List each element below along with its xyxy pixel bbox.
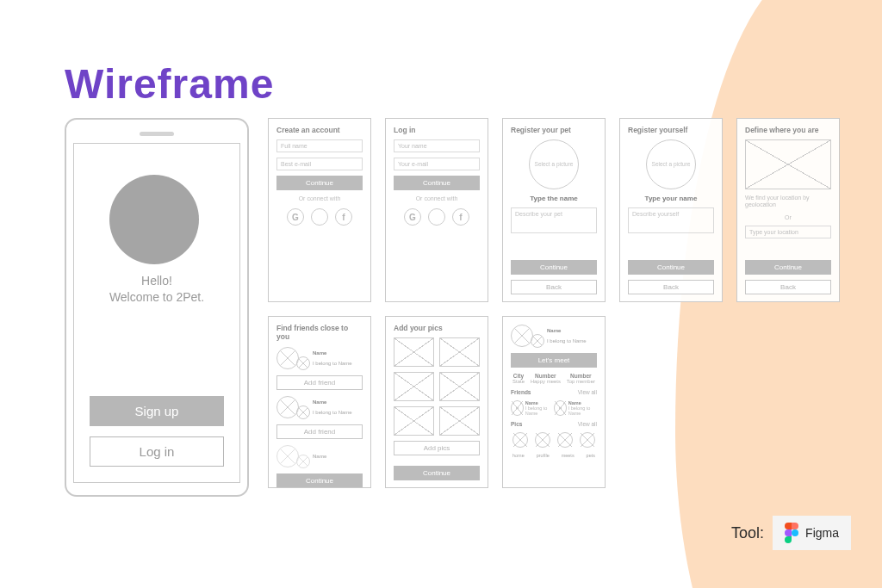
screen-create-account: Create an account Full name Best e-mail … — [268, 118, 371, 302]
describe-input[interactable]: Describe your pet — [511, 207, 597, 233]
heading: Register your pet — [511, 126, 597, 134]
avatar-small-icon — [296, 356, 310, 370]
google-icon[interactable]: G — [287, 208, 304, 226]
nav-label: pets — [587, 453, 595, 458]
geo-note: We find your location by geolocation — [745, 195, 831, 209]
add-pics-button[interactable]: Add pics — [394, 441, 480, 455]
section-pics: Pics — [511, 421, 522, 427]
or-connect: Or connect with — [276, 195, 363, 201]
continue-button[interactable]: Continue — [628, 260, 714, 275]
stat-head: Number — [531, 373, 561, 379]
avatar-icon — [276, 396, 299, 418]
friend-avatar-icon — [511, 400, 524, 416]
fullname-input[interactable]: Full name — [276, 139, 363, 152]
type-name-label: Type your name — [628, 195, 714, 202]
select-picture-button[interactable]: Select a picture — [646, 139, 696, 189]
continue-button[interactable]: Continue — [276, 176, 363, 190]
avatar-small-icon — [296, 455, 310, 468]
profile-belong: I belong to Name — [547, 338, 587, 344]
google-icon[interactable]: G — [404, 208, 421, 226]
stat-sub: State — [512, 379, 525, 384]
stat-sub: Happy meets — [531, 379, 561, 384]
figma-badge: Figma — [773, 516, 851, 550]
welcome-text: Hello! Welcome to 2Pet. — [109, 273, 204, 306]
nav-icon[interactable] — [557, 432, 573, 448]
figma-logo-icon — [785, 523, 798, 543]
heading: Find friends close to you — [276, 324, 363, 341]
nav-label: meets — [562, 453, 575, 458]
select-picture-button[interactable]: Select a picture — [529, 139, 579, 189]
avatar-small-icon — [296, 405, 310, 419]
screen-find-friends: Find friends close to you Name I belong … — [268, 316, 371, 488]
friend-name: Name — [313, 454, 326, 459]
heading: Define where you are — [745, 126, 831, 134]
friend-item: Name I belong to Name — [276, 346, 363, 370]
pic-placeholder — [394, 372, 434, 401]
login-button[interactable]: Log in — [90, 436, 224, 467]
friend-avatar-icon — [554, 400, 567, 416]
back-button[interactable]: Back — [628, 280, 714, 294]
lets-meet-button[interactable]: Let's meet — [511, 353, 597, 368]
screen-define-location: Define where you are We find your locati… — [736, 118, 840, 302]
continue-button[interactable]: Continue — [511, 260, 597, 275]
friend-item: Name I belong to Name — [276, 395, 363, 419]
friend-belong: I belong to Name — [568, 405, 597, 416]
pic-placeholder — [439, 337, 480, 367]
continue-button[interactable]: Continue — [394, 176, 480, 190]
phone-screen: Hello! Welcome to 2Pet. Sign up Log in — [73, 143, 240, 483]
section-friends: Friends — [511, 389, 531, 395]
hello-text: Hello! — [109, 273, 204, 289]
tool-label: Tool: — [731, 524, 764, 542]
heading: Create an account — [276, 126, 363, 134]
friend-belong: I belong to Name — [313, 410, 352, 415]
nav-icon[interactable] — [512, 432, 528, 448]
page-title: Wireframe — [65, 60, 817, 108]
apple-icon[interactable] — [311, 208, 328, 226]
heading: Register yourself — [628, 126, 714, 134]
avatar-icon — [276, 445, 299, 467]
stat-head: Number — [567, 373, 595, 379]
avatar-placeholder — [109, 175, 199, 264]
friend-belong: I belong to Name — [525, 405, 554, 416]
figma-name: Figma — [805, 526, 839, 540]
screen-login: Log in Your name Your e-mail Continue Or… — [385, 118, 488, 302]
pic-placeholder — [394, 337, 434, 367]
speaker-slot — [140, 132, 174, 136]
type-name-label: Type the name — [511, 195, 597, 202]
stat-sub: Top member — [567, 379, 595, 384]
friend-item: Name — [276, 444, 363, 468]
stats-row: CityState NumberHappy meets NumberTop me… — [511, 373, 597, 384]
heading: Log in — [394, 126, 480, 134]
location-input[interactable]: Type your location — [745, 226, 831, 238]
describe-input[interactable]: Describe yourself — [628, 207, 714, 233]
or-connect: Or connect with — [394, 195, 480, 201]
view-all-link[interactable]: View all — [578, 389, 597, 395]
back-button[interactable]: Back — [745, 280, 831, 294]
add-friend-button[interactable]: Add friend — [276, 424, 363, 439]
avatar-small-icon — [531, 334, 544, 348]
phone-frame: Hello! Welcome to 2Pet. Sign up Log in — [65, 118, 249, 497]
apple-icon[interactable] — [428, 208, 445, 226]
nav-icon[interactable] — [535, 432, 550, 448]
continue-button[interactable]: Continue — [745, 260, 831, 275]
nav-label: profile — [537, 453, 550, 458]
nav-icon[interactable] — [580, 432, 595, 448]
pic-placeholder — [439, 406, 480, 436]
continue-button[interactable]: Continue — [394, 466, 480, 480]
name-input[interactable]: Your name — [394, 139, 480, 152]
profile-header: Name I belong to Name — [511, 324, 597, 348]
signup-button[interactable]: Sign up — [90, 396, 224, 426]
back-button[interactable]: Back — [511, 280, 597, 294]
stat-head: City — [512, 373, 525, 379]
add-friend-button[interactable]: Add friend — [276, 375, 363, 390]
screen-register-pet: Register your pet Select a picture Type … — [502, 118, 606, 302]
continue-button[interactable]: Continue — [276, 473, 363, 488]
email-input[interactable]: Your e-mail — [394, 158, 480, 170]
friend-belong: I belong to Name — [313, 361, 352, 366]
facebook-icon[interactable]: f — [452, 208, 469, 226]
view-all-link[interactable]: View all — [578, 421, 597, 427]
or-text: Or — [745, 214, 831, 220]
email-input[interactable]: Best e-mail — [276, 158, 363, 170]
nav-label: home — [512, 453, 525, 458]
facebook-icon[interactable]: f — [335, 208, 352, 226]
